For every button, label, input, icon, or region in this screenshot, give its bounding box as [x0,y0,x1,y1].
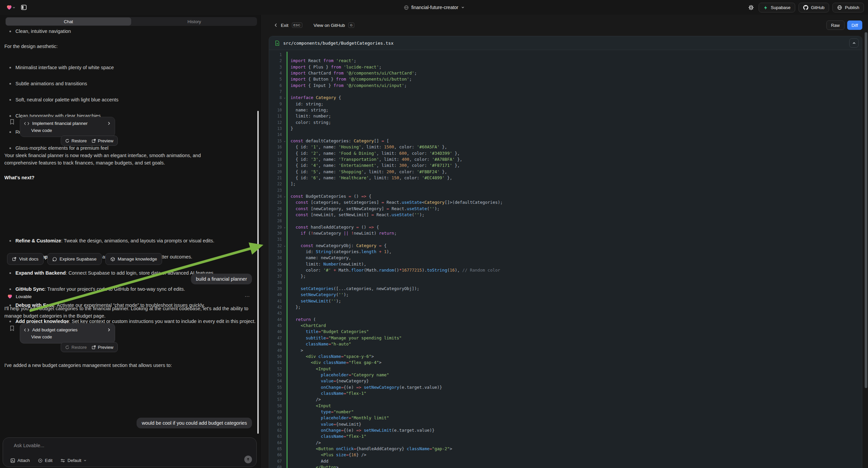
line-number: 58 [269,403,284,409]
code-text: { id: '6', name: 'Healthcare', limit: 15… [286,175,862,181]
attach-button[interactable]: Attach [10,458,30,463]
code-line: 45 <ChartCard [269,323,862,329]
project-switcher[interactable]: financial-future-creator [404,0,464,15]
fold-spacer [284,359,286,365]
fold-spacer [284,428,286,433]
code-file-card: src/components/budget/BudgetCategories.t… [269,36,862,468]
bookmark-icon[interactable] [9,119,15,125]
chat-scrollbar[interactable] [257,111,259,434]
code-lines[interactable]: 1 2import React from 'react';3import { P… [269,50,862,468]
diff-toggle-button[interactable]: Diff [847,21,862,30]
version-card-title: Implement financial planner [32,121,104,126]
gear-icon [748,5,754,10]
fold-chevron-icon[interactable]: ⌄ [284,95,286,101]
view-code-link[interactable]: View code [20,126,115,133]
version-card-implement-financial-planner[interactable]: Implement financial planner View code [20,117,115,137]
code-text: { id: '4', name: 'Entertainment', limit:… [286,163,862,169]
user-message: build a financial planner [191,273,252,284]
code-text: import { Input } from '@/components/ui/i… [286,83,862,89]
line-number: 19 [269,163,284,169]
chat-bullet: Glass-morphic elements for a premium fee… [4,144,265,152]
bookmark-icon[interactable] [9,325,15,331]
explore-supabase-button[interactable]: Explore Supabase [47,253,102,265]
code-line: 15⌄const defaultCategories: Category[] =… [269,138,862,144]
code-text: color: string; [286,119,862,125]
fold-spacer [284,169,286,175]
version-card-add-budget-categories[interactable]: Add budget categories View code [20,323,115,344]
collapse-file-button[interactable] [849,38,859,48]
line-number: 66 [269,452,284,458]
chat-input[interactable] [13,442,246,448]
esc-key-badge: ESC [292,23,302,28]
fold-spacer [284,378,286,384]
raw-toggle-button[interactable]: Raw [827,21,844,30]
code-line: 40 setNewCategory(''); [269,292,862,298]
code-text: placeholder="Monthly limit" [286,415,862,421]
github-button[interactable]: GitHub [799,3,829,12]
publish-label: Publish [845,5,859,10]
line-number: 45 [269,323,284,329]
chat-paragraph: I've added a new budget categories manag… [4,361,237,369]
fold-chevron-icon[interactable]: ⌄ [284,138,286,144]
fold-chevron-icon[interactable]: ⌄ [284,194,286,199]
file-header[interactable]: src/components/budget/BudgetCategories.t… [269,36,862,50]
restore-button[interactable]: Restore [65,345,87,350]
assistant-header: Lovable ⋯ [7,293,250,299]
fold-spacer [284,101,286,107]
code-line: 13} [269,125,862,131]
github-icon [803,5,808,10]
fold-spacer [284,156,286,163]
code-line: 35 limit: Number(newLimit), [269,261,862,267]
chat-history-tabs: Chat History [5,17,257,26]
line-number: 29 [269,224,284,230]
code-text: className="flex-1" [286,390,862,397]
fold-spacer [284,175,286,181]
code-line: 43 [269,310,862,316]
line-number: 57 [269,397,284,403]
code-scrollbar[interactable] [865,32,867,388]
chevron-right-icon [107,328,111,332]
line-number: 4 [269,70,284,76]
lovable-logo-menu[interactable] [5,3,17,12]
preview-button[interactable]: Preview [92,345,114,350]
model-selector[interactable]: Default [60,458,87,463]
line-number: 46 [269,329,284,335]
manage-knowledge-button[interactable]: Manage knowledge [105,253,162,265]
fold-spacer [284,125,286,131]
fold-spacer [284,317,286,323]
line-number: 26 [269,206,284,212]
code-line: 49 > [269,348,862,353]
fold-chevron-icon[interactable]: ⌄ [284,243,286,249]
settings-button[interactable] [747,3,755,12]
code-text: type="number" [286,409,862,415]
code-text: { id: '5', name: 'Shopping', limit: 200,… [286,169,862,175]
line-number: 13 [269,125,284,131]
visit-docs-button[interactable]: Visit docs [7,253,43,265]
tab-history[interactable]: History [131,17,257,26]
line-number: 49 [269,348,284,353]
panel-left-icon [21,4,27,10]
view-code-link[interactable]: View code [20,332,115,340]
exit-button[interactable]: Exit [281,23,288,28]
code-line: 5import { Button } from '@/components/ui… [269,76,862,82]
code-text: id: String(categories.length + 1), [286,249,862,255]
tab-chat[interactable]: Chat [6,18,131,26]
send-button[interactable] [244,456,252,463]
lovable-app: financial-future-creator [0,0,868,468]
code-line: 33 id: String(categories.length + 1), [269,249,862,255]
fold-spacer [284,433,286,439]
code-line: 57 /> [269,397,862,403]
code-line: 42 }; [269,304,862,310]
code-text: { id: '1', name: 'Housing', limit: 1500,… [286,144,862,150]
edit-mode-button[interactable]: Edit [38,458,52,463]
preview-button[interactable]: Preview [92,138,114,143]
sidebar-toggle-button[interactable] [20,3,28,12]
view-on-github-link[interactable]: View on GitHub [314,23,345,28]
publish-button[interactable]: Publish [832,3,864,12]
supabase-button[interactable]: Supabase [758,3,795,12]
restore-button[interactable]: Restore [65,138,87,143]
code-text: <Input [286,403,862,409]
fold-spacer [284,446,286,452]
fold-chevron-icon[interactable]: ⌄ [284,224,286,230]
message-menu-button[interactable]: ⋯ [245,293,250,299]
